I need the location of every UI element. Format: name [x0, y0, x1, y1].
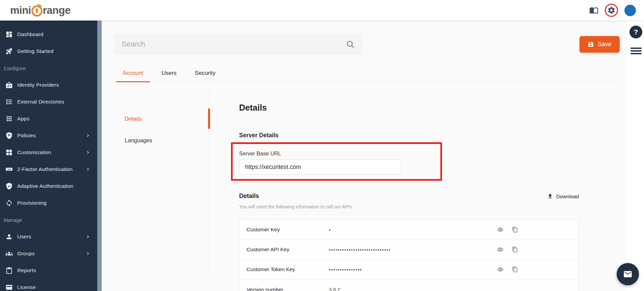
- tab-users[interactable]: Users: [155, 70, 183, 82]
- sidebar-item-label: Users: [17, 234, 31, 240]
- sync-icon: [5, 199, 13, 207]
- row-value: ••••••••••••••••••••••••••••: [329, 247, 497, 252]
- table-row-customer-api-key: Customer API Key •••••••••••••••••••••••…: [239, 240, 578, 260]
- sidebar-scrollbar[interactable]: [97, 21, 102, 291]
- table-row-customer-token-key: Customer Token Key •••••••••••••••: [239, 260, 578, 280]
- miniorange-logo[interactable]: mini range: [0, 4, 71, 17]
- row-value: •••••••••••••••: [329, 267, 497, 272]
- sidebar-section-configure: Configure: [0, 60, 97, 77]
- copy-icon[interactable]: [512, 266, 518, 272]
- save-button[interactable]: Save: [579, 36, 620, 53]
- widgets-icon: [5, 149, 13, 156]
- policy-shield-icon: [5, 132, 13, 139]
- row-label: Customer Token Key: [239, 266, 329, 272]
- sidebar-item-groups[interactable]: Groups: [0, 245, 97, 262]
- sidebar-section-manage: Manage: [0, 211, 97, 228]
- person-icon: [5, 233, 13, 240]
- sidebar-item-label: External Directories: [17, 99, 64, 105]
- subnav-item-languages[interactable]: Languages: [102, 129, 209, 151]
- documentation-book-icon[interactable]: [589, 6, 598, 15]
- license-card-icon: [5, 284, 13, 291]
- eye-icon[interactable]: [497, 246, 504, 253]
- row-value: •: [329, 227, 497, 232]
- top-header: mini range: [0, 0, 644, 21]
- sidebar-item-provisioning[interactable]: Provisioning: [0, 195, 97, 211]
- sidebar-item-label: Identity Providers: [17, 82, 59, 88]
- sidebar-item-label: Reports: [17, 267, 36, 273]
- search-bar: [114, 34, 362, 55]
- api-details-heading: Details: [239, 193, 352, 200]
- tab-security[interactable]: Security: [188, 70, 222, 82]
- logo-lock-icon: [31, 5, 43, 17]
- badge-icon: [5, 81, 13, 89]
- people-group-icon: [5, 250, 13, 257]
- directory-list-icon: [5, 98, 13, 106]
- table-row-customer-key: Customer Key •: [239, 220, 578, 240]
- settings-tabs: Account Users Security: [116, 61, 620, 82]
- server-base-url-label: Server Base URL: [239, 151, 434, 157]
- rocket-icon: [5, 48, 13, 55]
- sidebar-item-label: Apps: [17, 116, 29, 122]
- gear-icon[interactable]: [607, 6, 616, 14]
- row-value: 3.8.2: [329, 287, 578, 291]
- eye-icon[interactable]: [497, 266, 504, 273]
- save-icon: [588, 41, 594, 48]
- main-content: Save Account Users Security Details Lang…: [102, 21, 626, 291]
- sidebar-item-adaptive-auth[interactable]: Adaptive Authentication: [0, 178, 97, 195]
- user-avatar[interactable]: [624, 5, 636, 16]
- right-utility-strip: ?: [626, 21, 644, 291]
- sidebar-item-label: Policies: [17, 133, 36, 139]
- sidebar-item-users[interactable]: Users: [0, 228, 97, 245]
- copy-icon[interactable]: [512, 227, 518, 233]
- table-row-version-number: Version number 3.8.2: [239, 280, 578, 291]
- sidebar-item-license[interactable]: License: [0, 279, 97, 291]
- page-title: Details: [239, 103, 626, 113]
- sidebar-item-external-directories[interactable]: External Directories: [0, 93, 97, 110]
- mail-icon: [623, 269, 633, 279]
- sidebar-item-identity-providers[interactable]: Identity Providers: [0, 77, 97, 93]
- eye-icon[interactable]: [497, 227, 504, 233]
- chevron-right-icon: [85, 234, 90, 239]
- svg-text:123: 123: [7, 168, 11, 171]
- sidebar-item-2fa[interactable]: 123 2-Factor Authentication: [0, 161, 97, 178]
- logo-leaf-icon: [37, 3, 42, 7]
- row-label: Version number: [239, 287, 329, 291]
- row-label: Customer API Key: [239, 246, 329, 253]
- sidebar-item-apps[interactable]: Apps: [0, 110, 97, 127]
- details-pane: Details Server Details Server Base URL D…: [209, 82, 626, 291]
- dashboard-icon: [5, 31, 13, 38]
- sidebar-item-getting-started[interactable]: Getting Started: [0, 43, 97, 60]
- settings-highlight-ring: [605, 4, 618, 17]
- support-chat-button[interactable]: [617, 263, 639, 285]
- chevron-right-icon: [85, 251, 90, 256]
- sidebar-item-dashboard[interactable]: Dashboard: [0, 26, 97, 43]
- shield-check-icon: [5, 182, 13, 190]
- sidebar-item-label: Groups: [17, 251, 35, 257]
- subnav-item-details[interactable]: Details: [102, 108, 209, 129]
- server-base-url-highlight: Server Base URL: [231, 142, 442, 181]
- row-label: Customer Key: [239, 227, 329, 233]
- download-button[interactable]: Download: [547, 193, 579, 199]
- sidebar-item-label: Getting Started: [17, 48, 53, 54]
- hamburger-menu-icon[interactable]: [630, 48, 642, 56]
- help-button[interactable]: ?: [629, 26, 642, 38]
- server-base-url-input[interactable]: [239, 159, 401, 175]
- sidebar-item-label: Dashboard: [17, 31, 44, 37]
- help-question-mark: ?: [634, 28, 638, 36]
- copy-icon[interactable]: [512, 246, 518, 253]
- sidebar-item-label: Provisioning: [17, 200, 47, 206]
- sidebar-nav: Dashboard Getting Started Configure Iden…: [0, 21, 97, 291]
- api-details-subtext: You will need the following information …: [239, 204, 352, 209]
- download-icon: [547, 193, 553, 199]
- sidebar-item-customization[interactable]: Customization: [0, 144, 97, 161]
- account-subnav: Details Languages: [102, 92, 209, 275]
- search-input[interactable]: [122, 40, 346, 49]
- search-icon[interactable]: [346, 40, 355, 49]
- tab-account[interactable]: Account: [116, 70, 150, 82]
- sidebar-item-label: License: [17, 284, 36, 290]
- sidebar-item-policies[interactable]: Policies: [0, 127, 97, 144]
- sidebar-item-reports[interactable]: Reports: [0, 262, 97, 279]
- sidebar-item-label: 2-Factor Authentication: [17, 166, 73, 172]
- server-details-heading: Server Details: [239, 132, 626, 139]
- apps-grid-icon: [5, 115, 13, 122]
